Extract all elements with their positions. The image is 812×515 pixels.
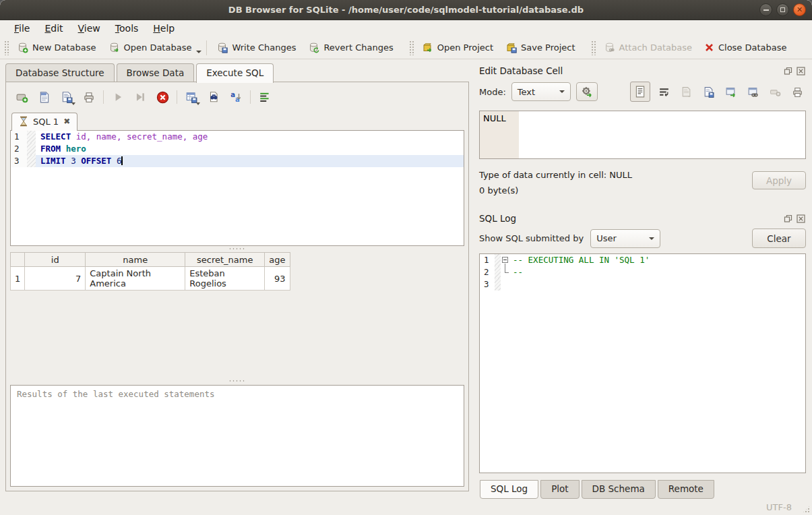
row-header[interactable]: 1: [11, 267, 25, 291]
tab-browse-data[interactable]: Browse Data: [117, 63, 195, 82]
print-cell-button[interactable]: [789, 84, 806, 100]
close-dock-button[interactable]: [796, 214, 806, 224]
database-new-icon: [17, 42, 28, 53]
menu-view[interactable]: View: [71, 22, 108, 35]
sql-editor[interactable]: 1 SELECT id, name, secret_name, age 2 FR…: [10, 130, 464, 246]
sql-number: 3: [71, 156, 76, 166]
sql-table-name: hero: [66, 144, 86, 154]
menu-help[interactable]: Help: [146, 22, 182, 35]
close-database-button[interactable]: Close Database: [698, 40, 793, 55]
format-sql-icon: aa: [230, 91, 242, 103]
save-results-dropdown-caret: [196, 102, 200, 105]
maximize-button[interactable]: [776, 3, 789, 16]
set-null-button[interactable]: [767, 84, 784, 100]
link-window-button[interactable]: [745, 84, 761, 100]
revert-changes-button[interactable]: Revert Changes: [302, 39, 399, 56]
toolbar-drag-handle[interactable]: [591, 40, 596, 55]
tab-execute-sql[interactable]: Execute SQL: [196, 63, 274, 83]
clear-log-button[interactable]: Clear: [752, 229, 806, 248]
splitter-handle[interactable]: [10, 246, 464, 251]
menu-edit[interactable]: Edit: [37, 22, 70, 35]
format-sql-button[interactable]: aa: [228, 89, 244, 105]
menu-tools[interactable]: Tools: [108, 22, 146, 35]
export-cell-data-button[interactable]: [700, 84, 717, 100]
save-results-button[interactable]: [183, 89, 199, 105]
open-database-dropdown-caret[interactable]: [196, 51, 201, 53]
tab-database-structure[interactable]: Database Structure: [5, 63, 115, 82]
new-tab-icon: [16, 91, 28, 103]
open-sql-file-button[interactable]: [36, 89, 53, 105]
main-tabbar: Database Structure Browse Data Execute S…: [5, 63, 474, 82]
dock-tab-plot[interactable]: Plot: [540, 480, 579, 499]
float-dock-button[interactable]: [783, 66, 793, 76]
save-results-icon: [185, 91, 197, 103]
cell-secret-name[interactable]: Esteban Rogelios: [185, 267, 265, 291]
column-header-id[interactable]: id: [25, 253, 86, 267]
execute-all-button[interactable]: [110, 89, 126, 105]
column-header-secret-name[interactable]: secret_name: [185, 253, 265, 267]
open-in-external-button[interactable]: [722, 84, 739, 100]
play-icon: [112, 91, 124, 103]
encoding-indicator[interactable]: UTF-8: [766, 502, 792, 512]
open-project-button[interactable]: Open Project: [416, 39, 499, 56]
print-sql-button[interactable]: [81, 89, 97, 105]
right-pane: Edit Database Cell Mode: Text: [474, 59, 812, 499]
cell-age[interactable]: 93: [265, 267, 290, 291]
open-sql-tab-button[interactable]: [14, 89, 30, 105]
execute-line-button[interactable]: [132, 89, 148, 105]
corner-header[interactable]: [11, 253, 25, 267]
float-dock-button[interactable]: [783, 214, 793, 224]
column-header-age[interactable]: age: [265, 253, 290, 267]
cell-name[interactable]: Captain North America: [86, 267, 185, 291]
cell-editor[interactable]: NULL: [479, 111, 806, 159]
sql-file-tab[interactable]: SQL 1 ✖: [11, 113, 77, 131]
resize-grip[interactable]: [802, 505, 811, 514]
line-number: 1: [11, 131, 27, 143]
attach-database-button[interactable]: Attach Database: [598, 39, 698, 56]
maximize-icon: [780, 7, 785, 12]
titlebar[interactable]: DB Browser for SQLite - /home/user/code/…: [0, 0, 812, 20]
submitted-by-select[interactable]: User: [590, 229, 660, 248]
import-cell-data-button[interactable]: [678, 84, 695, 100]
save-project-button[interactable]: Save Project: [499, 39, 582, 56]
write-changes-button[interactable]: Write Changes: [210, 39, 302, 56]
window-controls: ✕: [759, 3, 812, 16]
minimize-button[interactable]: [759, 3, 772, 16]
find-button[interactable]: [206, 89, 222, 105]
splitter-handle[interactable]: [10, 378, 464, 384]
cell-id[interactable]: 7: [25, 267, 86, 291]
toggle-results-layout-button[interactable]: [257, 89, 273, 105]
save-sql-file-button[interactable]: [59, 89, 75, 105]
close-dock-button[interactable]: [796, 66, 806, 76]
dock-tab-remote[interactable]: Remote: [658, 480, 714, 499]
word-wrap-button[interactable]: [656, 84, 673, 100]
menu-file[interactable]: File: [7, 22, 37, 35]
sql-keyword: SELECT: [40, 131, 71, 142]
sql-toolbar: aa: [10, 85, 464, 109]
auto-apply-button[interactable]: [576, 82, 598, 101]
window-link-icon: [747, 86, 759, 98]
dock-tabbar: SQL Log Plot DB Schema Remote: [479, 480, 806, 499]
results-header-row: id name secret_name age: [11, 253, 290, 267]
results-message-area[interactable]: Results of the last executed statements: [10, 385, 464, 487]
cell-editor-gutter: NULL: [480, 111, 519, 158]
text-mode-toggle[interactable]: [630, 82, 650, 102]
apply-button[interactable]: Apply: [752, 171, 806, 189]
close-sql-tab-icon[interactable]: ✖: [63, 117, 70, 126]
close-button[interactable]: ✕: [793, 3, 806, 16]
fold-collapse-icon[interactable]: [502, 257, 508, 263]
column-header-name[interactable]: name: [86, 253, 185, 267]
text-cursor: [121, 156, 123, 165]
stop-execution-button[interactable]: [154, 89, 170, 105]
open-database-button[interactable]: Open Database: [102, 39, 198, 56]
database-attach-icon: [604, 42, 615, 53]
sql-log-area[interactable]: 1 -- EXECUTING ALL IN 'SQL 1' 2 --: [479, 253, 806, 473]
dock-tab-sql-log[interactable]: SQL Log: [480, 480, 538, 499]
mode-select[interactable]: Text: [511, 82, 571, 101]
toolbar-drag-handle[interactable]: [4, 40, 9, 55]
toolbar-drag-handle[interactable]: [409, 40, 414, 55]
dock-tab-db-schema[interactable]: DB Schema: [582, 480, 656, 499]
new-database-button[interactable]: New Database: [11, 39, 102, 56]
cell-editor-area[interactable]: [519, 111, 805, 158]
window-title: DB Browser for SQLite - /home/user/code/…: [0, 5, 812, 15]
